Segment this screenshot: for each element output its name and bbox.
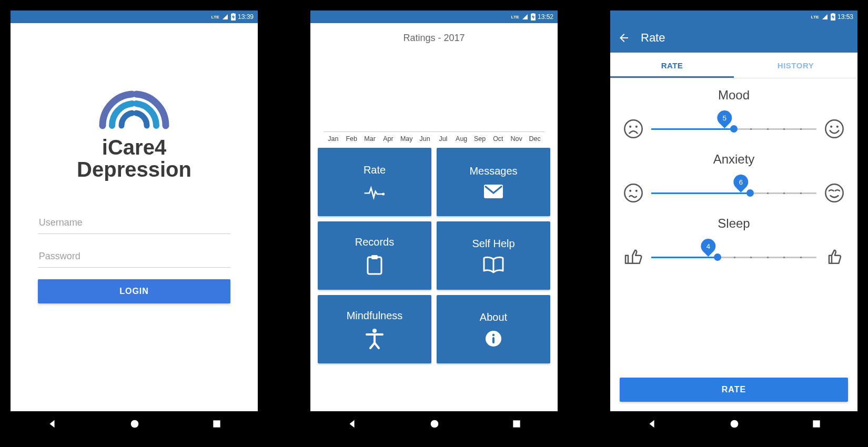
app-title: iCare4 Depression (77, 136, 191, 180)
slider[interactable]: 4 (651, 249, 816, 265)
svg-point-13 (492, 333, 494, 336)
signal-icon (221, 14, 229, 20)
slider-block: Anxiety6 (623, 152, 845, 204)
chart-month-label: Apr (379, 135, 397, 143)
tab-bar: RATE HISTORY (610, 53, 857, 78)
svg-rect-16 (513, 420, 520, 427)
tile-about[interactable]: About (437, 295, 550, 363)
battery-charging-icon (531, 13, 536, 21)
nav-recents-icon[interactable] (511, 419, 522, 429)
svg-rect-14 (492, 337, 494, 343)
battery-charging-icon (831, 13, 835, 21)
status-bar: LTE 13:53 (610, 11, 857, 23)
slider[interactable]: 5 (651, 121, 816, 137)
svg-point-19 (624, 120, 642, 137)
happy-face-icon (824, 118, 845, 139)
status-bar: LTE 13:52 (310, 11, 558, 23)
thumbs-down-icon (623, 247, 644, 268)
nav-back-icon[interactable] (646, 418, 658, 430)
rate-button[interactable]: RATE (620, 378, 848, 402)
slider-block: Mood5 (623, 88, 845, 139)
nav-home-icon[interactable] (729, 418, 740, 430)
tile-rate[interactable]: Rate (318, 148, 431, 216)
svg-point-11 (372, 329, 377, 333)
svg-rect-8 (368, 257, 381, 274)
svg-rect-30 (813, 420, 820, 427)
signal-icon (521, 14, 529, 20)
chart-month-label: Sep (471, 135, 489, 143)
nav-home-icon[interactable] (129, 418, 140, 430)
phone-rate: LTE 13:53 Rate RATE HISTORY Mood5Anxiety… (610, 11, 857, 436)
svg-point-20 (629, 126, 631, 128)
chart-month-label: Aug (453, 135, 470, 143)
password-input[interactable] (38, 246, 231, 268)
chart-title: Ratings - 2017 (316, 33, 552, 44)
tile-label: Mindfulness (347, 310, 403, 322)
svg-point-6 (382, 192, 385, 195)
slider-list: Mood5Anxiety6Sleep4 (610, 78, 857, 373)
svg-rect-18 (832, 13, 834, 14)
network-indicator-icon: LTE (211, 15, 219, 19)
pulse-icon (364, 182, 385, 200)
accessibility-icon (366, 328, 383, 349)
calm-face-icon (824, 182, 845, 204)
network-indicator-icon: LTE (811, 15, 819, 19)
tile-records[interactable]: Records (318, 221, 431, 290)
back-arrow-icon[interactable] (618, 32, 630, 44)
tile-label: Records (355, 236, 394, 248)
network-indicator-icon: LTE (511, 15, 519, 19)
clock: 13:52 (538, 13, 553, 21)
signal-icon (821, 14, 829, 20)
tile-label: Messages (469, 165, 517, 177)
worried-face-icon (623, 182, 644, 204)
svg-point-28 (825, 184, 843, 201)
svg-rect-9 (371, 255, 378, 259)
tab-rate[interactable]: RATE (610, 53, 734, 78)
phone-home: LTE 13:52 Ratings - 2017 JanFebMarAprMay… (310, 11, 558, 436)
tile-label: Rate (364, 164, 386, 176)
svg-rect-3 (214, 420, 220, 427)
svg-point-25 (624, 184, 642, 201)
tile-label: About (480, 311, 507, 323)
chart-month-label: Jul (435, 135, 452, 143)
app-logo: iCare4 Depression (77, 81, 191, 180)
svg-point-22 (825, 120, 843, 137)
nav-recents-icon[interactable] (211, 419, 222, 429)
home-screen: Ratings - 2017 JanFebMarAprMayJunJulAugS… (310, 23, 558, 411)
svg-point-21 (635, 126, 638, 128)
slider-label: Mood (718, 88, 750, 103)
clock: 13:53 (837, 13, 853, 21)
chart-month-label: Nov (508, 135, 525, 143)
sad-face-icon (623, 118, 644, 139)
slider-label: Sleep (718, 216, 750, 231)
envelope-icon (483, 184, 504, 199)
tile-self-help[interactable]: Self Help (437, 221, 550, 290)
tile-mindfulness[interactable]: Mindfulness (318, 295, 431, 363)
login-screen: iCare4 Depression LOGIN (11, 23, 258, 411)
clipboard-icon (366, 255, 383, 276)
android-nav-bar (310, 411, 558, 436)
status-bar: LTE 13:39 (11, 11, 258, 23)
nav-recents-icon[interactable] (811, 419, 822, 429)
slider[interactable]: 6 (651, 185, 816, 201)
ratings-chart: JanFebMarAprMayJunJulAugSepOctNovDec (316, 48, 552, 143)
battery-charging-icon (231, 13, 236, 21)
login-button[interactable]: LOGIN (38, 279, 231, 303)
svg-point-24 (836, 126, 839, 128)
chart-month-label: May (398, 135, 415, 143)
page-title: Rate (641, 31, 665, 45)
nav-home-icon[interactable] (429, 418, 440, 430)
svg-point-2 (131, 420, 139, 428)
chart-month-label: Oct (489, 135, 507, 143)
svg-rect-1 (233, 13, 235, 14)
tile-messages[interactable]: Messages (437, 148, 550, 216)
nav-back-icon[interactable] (346, 418, 358, 430)
book-open-icon (482, 256, 504, 274)
nav-back-icon[interactable] (46, 418, 58, 430)
rate-screen: Mood5Anxiety6Sleep4 RATE (610, 78, 857, 411)
clock: 13:39 (238, 13, 254, 21)
chart-month-label: Mar (361, 135, 379, 143)
username-input[interactable] (38, 212, 231, 234)
chart-month-label: Jun (416, 135, 433, 143)
tab-history[interactable]: HISTORY (734, 53, 857, 78)
